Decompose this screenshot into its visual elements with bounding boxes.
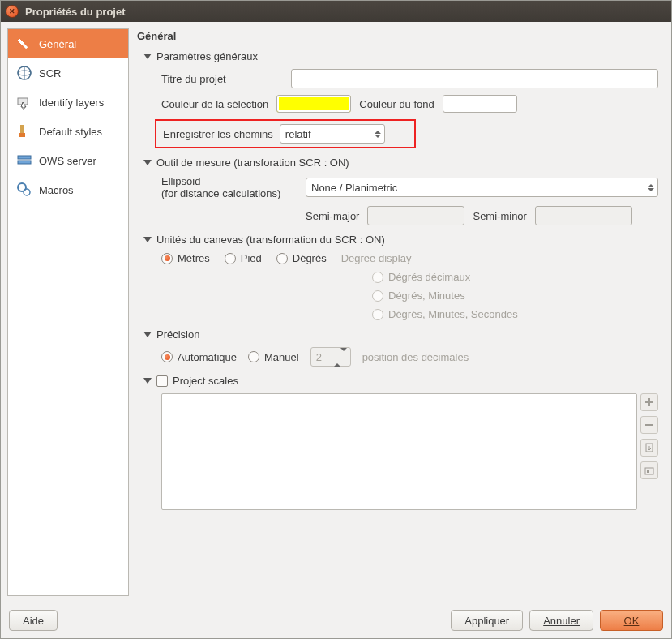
radio-manual[interactable]: Manuel xyxy=(248,351,299,363)
dialog-window: ✕ Propriétés du projet Général SCR Ide xyxy=(0,0,672,639)
section-label: Project scales xyxy=(173,375,238,387)
layers-identify-icon xyxy=(16,94,32,110)
radio-pied[interactable]: Pied xyxy=(225,252,262,264)
brush-icon xyxy=(16,123,32,139)
ok-button[interactable]: OK xyxy=(600,610,663,631)
combo-value: relatif xyxy=(285,128,311,140)
radio-label: Dégrés, Minutes, Secondes xyxy=(388,308,518,320)
radio-label: Automatique xyxy=(178,351,237,363)
triangle-icon xyxy=(143,54,152,59)
scales-listbox[interactable] xyxy=(161,393,637,510)
label-project-title: Titre du projet xyxy=(161,73,283,85)
sidebar: Général SCR Identify layers Default styl… xyxy=(7,28,129,596)
save-paths-highlight: Enregistrer les chemins relatif xyxy=(155,119,416,148)
sidebar-item-label: Identify layers xyxy=(39,96,104,109)
svg-rect-7 xyxy=(18,156,31,159)
triangle-icon xyxy=(143,378,152,384)
button-bar: Aide Appliquer Annuler OK xyxy=(1,603,671,638)
section-canvas-units[interactable]: Unités du canevas (transformation du SCR… xyxy=(143,234,658,246)
semi-minor-input xyxy=(535,206,632,225)
label-save-paths: Enregistrer les chemins xyxy=(163,128,273,140)
ellipsoid-combo[interactable]: None / Planimetric xyxy=(306,178,658,197)
radio-label: Dégrés décimaux xyxy=(388,271,470,283)
sidebar-item-general[interactable]: Général xyxy=(8,29,128,58)
help-button[interactable]: Aide xyxy=(9,610,58,631)
label-decimal-suffix: position des décimales xyxy=(362,351,469,363)
spinner-arrows-icon xyxy=(334,351,347,363)
sidebar-item-ows-server[interactable]: OWS server xyxy=(8,146,128,175)
background-color-button[interactable] xyxy=(443,95,517,113)
section-label: Paramètres généraux xyxy=(156,50,258,62)
svg-rect-8 xyxy=(18,161,31,164)
section-label: Outil de mesure (transforation SCR : ON) xyxy=(156,157,349,169)
close-icon[interactable]: ✕ xyxy=(6,5,19,18)
window-title: Propriétés du projet xyxy=(25,6,126,18)
svg-rect-13 xyxy=(647,470,649,473)
label-ellipsoid-1: Ellipsoid xyxy=(161,175,297,187)
apply-button[interactable]: Appliquer xyxy=(451,610,523,631)
radio-label: Pied xyxy=(241,252,262,264)
radio-deg-min-sec: Dégrés, Minutes, Secondes xyxy=(372,308,658,320)
sidebar-item-label: Default styles xyxy=(39,126,102,138)
save-paths-combo[interactable]: relatif xyxy=(280,124,385,144)
gears-icon xyxy=(16,182,32,198)
section-general-params[interactable]: Paramètres généraux xyxy=(143,50,658,62)
spinner-value: 2 xyxy=(316,351,322,363)
radio-label: Dégrés xyxy=(293,252,327,264)
label-degree-display: Degree display xyxy=(341,252,412,264)
project-scales-checkbox[interactable] xyxy=(156,375,168,387)
spinner-arrows-icon xyxy=(648,184,654,191)
scales-toolbar xyxy=(640,393,658,510)
cancel-button[interactable]: Annuler xyxy=(529,610,593,631)
section-label: Précision xyxy=(156,328,199,341)
combo-value: None / Planimetric xyxy=(311,182,397,194)
sidebar-item-label: OWS server xyxy=(39,155,96,167)
import-scales-button[interactable] xyxy=(640,439,658,457)
export-scales-button[interactable] xyxy=(640,461,658,479)
radio-degres[interactable]: Dégrés xyxy=(276,252,327,264)
dialog-body: Général SCR Identify layers Default styl… xyxy=(1,22,671,603)
radio-label: Dégrés, Minutes xyxy=(388,289,465,302)
titlebar: ✕ Propriétés du projet xyxy=(1,1,671,22)
decimal-places-stepper: 2 xyxy=(310,347,351,367)
section-label: Unités du canevas (transformation du SCR… xyxy=(156,234,385,246)
radio-deg-minutes: Dégrés, Minutes xyxy=(372,289,658,302)
remove-scale-button[interactable] xyxy=(640,416,658,434)
label-background-color: Couleur du fond xyxy=(359,98,434,110)
content-panel: Général Paramètres généraux Titre du pro… xyxy=(131,28,665,596)
radio-deg-decimal: Dégrés décimaux xyxy=(372,271,658,283)
section-precision[interactable]: Précision xyxy=(143,328,658,341)
section-project-scales[interactable]: Project scales xyxy=(143,375,658,387)
triangle-icon xyxy=(143,237,152,242)
svg-rect-6 xyxy=(20,125,24,133)
triangle-icon xyxy=(143,332,152,337)
sidebar-item-scr[interactable]: SCR xyxy=(8,58,128,88)
spinner-arrows-icon xyxy=(375,131,381,138)
label-semi-minor: Semi-minor xyxy=(473,210,526,222)
selection-color-button[interactable] xyxy=(276,95,351,113)
radio-label: Manuel xyxy=(264,351,299,363)
svg-point-10 xyxy=(24,189,30,195)
wrench-icon xyxy=(16,36,32,52)
radio-metres[interactable]: Mètres xyxy=(161,252,210,264)
project-title-input[interactable] xyxy=(291,69,658,88)
add-scale-button[interactable] xyxy=(640,393,658,411)
section-measure-tool[interactable]: Outil de mesure (transforation SCR : ON) xyxy=(143,157,658,169)
semi-major-input xyxy=(367,206,464,225)
label-selection-color: Couleur de la sélection xyxy=(161,98,268,110)
label-ellipsoid-2: (for distance calculations) xyxy=(161,187,297,199)
sidebar-item-identify[interactable]: Identify layers xyxy=(8,88,128,117)
page-title: Général xyxy=(137,30,658,42)
label-semi-major: Semi-major xyxy=(306,210,359,222)
sidebar-item-label: Macros xyxy=(39,184,74,196)
sidebar-item-label: Général xyxy=(39,38,76,50)
triangle-icon xyxy=(143,160,152,165)
radio-label: Mètres xyxy=(178,252,210,264)
radio-automatic[interactable]: Automatique xyxy=(161,351,237,363)
globe-icon xyxy=(16,65,32,81)
sidebar-item-macros[interactable]: Macros xyxy=(8,175,128,204)
sidebar-item-label: SCR xyxy=(39,67,61,79)
svg-rect-5 xyxy=(19,133,25,137)
sidebar-item-default-styles[interactable]: Default styles xyxy=(8,117,128,146)
server-icon xyxy=(16,152,32,169)
